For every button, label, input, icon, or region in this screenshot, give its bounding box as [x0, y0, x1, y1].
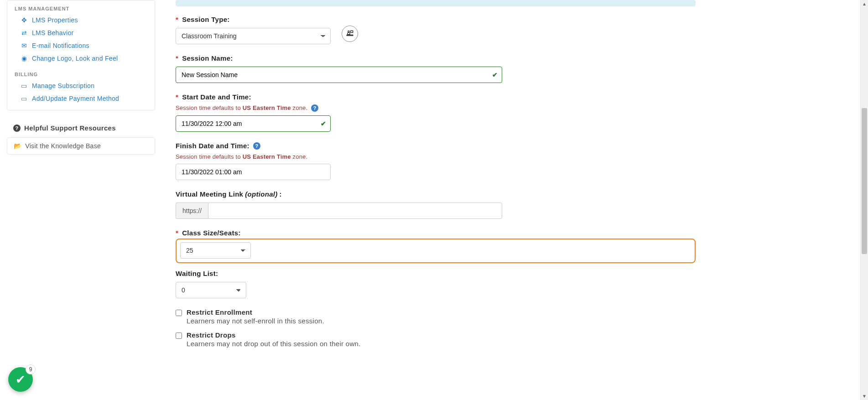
session-type-icon-badge	[342, 26, 358, 42]
sidebar-item-label: Change Logo, Look and Feel	[32, 55, 118, 62]
sidebar-heading-lms: LMS MANAGEMENT	[7, 4, 155, 14]
restrict-enrollment-label: Restrict Enrollment	[187, 308, 252, 316]
move-icon: ✥	[21, 16, 27, 24]
scroll-down-arrow-icon[interactable]: ▼	[861, 392, 868, 400]
restrict-drops-desc: Learners may not drop out of this sessio…	[187, 340, 696, 348]
session-name-input[interactable]	[176, 67, 502, 83]
kb-label: Visit the Knowledge Base	[25, 142, 101, 150]
credit-card-icon: ▭	[21, 95, 27, 102]
session-type-label: * Session Type:	[176, 16, 696, 23]
sidebar-item-label: LMS Behavior	[32, 29, 74, 36]
sidebar: LMS MANAGEMENT ✥ LMS Properties ⇄ LMS Be…	[0, 0, 162, 400]
field-start-date: * Start Date and Time: Session time defa…	[176, 93, 696, 132]
start-date-input[interactable]	[176, 115, 331, 132]
field-class-size: * Class Size/Seats: 25	[176, 229, 696, 263]
required-asterisk: *	[176, 54, 178, 62]
classroom-icon	[345, 29, 354, 38]
envelope-icon: ✉	[21, 42, 27, 49]
field-virtual-link: Virtual Meeting Link (optional) : https:…	[176, 190, 696, 219]
sidebar-item-label: E-mail Notifications	[32, 42, 89, 49]
sidebar-item-change-logo[interactable]: ◉ Change Logo, Look and Feel	[7, 52, 155, 65]
sidebar-item-label: Add/Update Payment Method	[32, 95, 119, 102]
session-name-label: * Session Name:	[176, 54, 696, 62]
field-finish-date: Finish Date and Time: ? Session time def…	[176, 142, 696, 180]
sidebar-menu: LMS MANAGEMENT ✥ LMS Properties ⇄ LMS Be…	[7, 0, 155, 110]
sidebar-item-manage-subscription[interactable]: ▭ Manage Subscription	[7, 80, 155, 93]
field-restrict-drops: Restrict Drops Learners may not drop out…	[176, 331, 696, 348]
session-form: * Session Type: Classroom Training * Ses…	[162, 0, 705, 400]
field-waiting-list: Waiting List: 0	[176, 270, 696, 298]
sidebar-heading-billing: BILLING	[7, 70, 155, 80]
class-size-label: * Class Size/Seats:	[176, 229, 696, 237]
field-session-type: * Session Type: Classroom Training	[176, 16, 696, 44]
sidebar-item-email-notifications[interactable]: ✉ E-mail Notifications	[7, 40, 155, 52]
restrict-drops-label: Restrict Drops	[187, 331, 236, 339]
field-session-name: * Session Name: ✔	[176, 54, 696, 83]
check-icon: ✔	[321, 120, 326, 127]
restrict-enrollment-checkbox[interactable]	[176, 310, 182, 316]
scroll-up-arrow-icon[interactable]: ▲	[861, 0, 868, 8]
svg-rect-2	[351, 31, 353, 32]
class-size-select[interactable]: 25	[180, 242, 251, 259]
folder-open-icon: 📂	[14, 142, 21, 150]
field-restrict-enrollment: Restrict Enrollment Learners may not sel…	[176, 308, 696, 325]
check-icon: ✔	[16, 373, 26, 387]
help-icon[interactable]: ?	[253, 142, 260, 150]
scroll-thumb[interactable]	[862, 108, 867, 254]
start-date-hint: Session time defaults to US Eastern Time…	[176, 104, 696, 112]
finish-date-label: Finish Date and Time: ?	[176, 142, 696, 150]
briefcase-icon: ▭	[21, 82, 27, 89]
question-icon: ?	[13, 125, 21, 132]
progress-fab[interactable]: ✔ 9	[8, 367, 33, 392]
sidebar-item-update-payment[interactable]: ▭ Add/Update Payment Method	[7, 93, 155, 105]
svg-rect-1	[347, 35, 353, 36]
finish-date-input[interactable]	[176, 164, 331, 180]
url-prefix-label: https://	[176, 203, 208, 219]
virtual-link-input[interactable]	[208, 203, 502, 219]
start-date-label: * Start Date and Time:	[176, 93, 696, 101]
visit-knowledge-base-link[interactable]: 📂 Visit the Knowledge Base	[7, 137, 155, 155]
sidebar-item-label: LMS Properties	[32, 16, 78, 24]
restrict-enrollment-desc: Learners may not self-enroll in this ses…	[187, 317, 696, 325]
help-icon[interactable]: ?	[311, 104, 318, 112]
vertical-scrollbar[interactable]: ▲ ▼	[860, 0, 868, 400]
scroll-track[interactable]	[861, 8, 868, 392]
required-asterisk: *	[176, 16, 178, 23]
transfer-icon: ⇄	[21, 29, 27, 36]
session-type-select[interactable]: Classroom Training	[176, 28, 331, 44]
waiting-list-label: Waiting List:	[176, 270, 696, 277]
drop-icon: ◉	[21, 55, 27, 62]
required-asterisk: *	[176, 229, 178, 237]
sidebar-item-lms-behavior[interactable]: ⇄ LMS Behavior	[7, 27, 155, 40]
fab-count-badge: 9	[26, 364, 36, 374]
virtual-link-label: Virtual Meeting Link (optional) :	[176, 190, 696, 198]
waiting-list-select[interactable]: 0	[176, 282, 246, 298]
sidebar-item-lms-properties[interactable]: ✥ LMS Properties	[7, 14, 155, 27]
finish-date-hint: Session time defaults to US Eastern Time…	[176, 153, 696, 160]
info-banner	[176, 0, 696, 6]
check-icon: ✔	[492, 71, 498, 78]
sidebar-item-label: Manage Subscription	[32, 82, 94, 89]
class-size-highlight: 25	[176, 239, 696, 263]
required-asterisk: *	[176, 93, 178, 101]
support-resources-heading: ? Helpful Support Resources	[11, 124, 155, 132]
restrict-drops-checkbox[interactable]	[176, 332, 182, 339]
